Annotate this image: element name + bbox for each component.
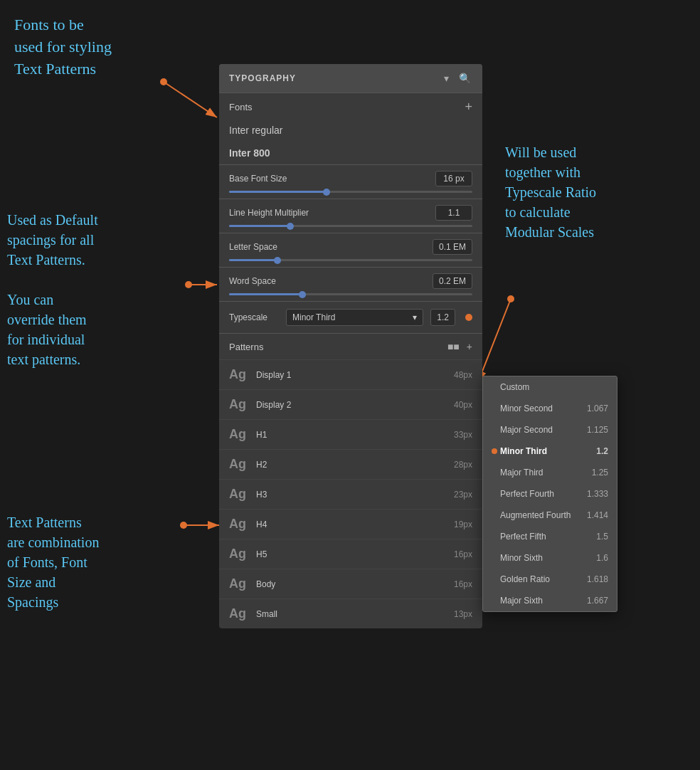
- word-space-value[interactable]: 0.2 EM: [433, 273, 472, 289]
- panel-header: TYPOGRAPHY ▾ 🔍: [219, 64, 482, 93]
- pattern-item-h1[interactable]: Ag H1 33px: [219, 419, 482, 449]
- fonts-section-header: Fonts +: [219, 93, 482, 119]
- base-font-value[interactable]: 16 px: [435, 171, 472, 186]
- pattern-item-body[interactable]: Ag Body 16px: [219, 569, 482, 598]
- dropdown-item-golden-ratio[interactable]: Golden Ratio1.618: [483, 569, 617, 590]
- pattern-item-display 2[interactable]: Ag Display 2 40px: [219, 389, 482, 419]
- typescale-active-indicator: [465, 314, 472, 321]
- typescale-chevron-icon: ▾: [413, 312, 417, 322]
- dropdown-item-value-10: 1.667: [587, 596, 608, 606]
- dropdown-item-minor-sixth[interactable]: Minor Sixth1.6: [483, 547, 617, 569]
- pattern-name-1: Display 2: [256, 400, 454, 410]
- pattern-ag-3: Ag: [229, 457, 249, 472]
- patterns-title: Patterns: [229, 342, 263, 352]
- dropdown-item-minor-third[interactable]: Minor Third1.2: [483, 441, 617, 462]
- word-space-slider-track[interactable]: [229, 293, 472, 295]
- line-height-slider-fill: [229, 225, 290, 227]
- line-height-label: Line Height Multiplier: [229, 208, 309, 218]
- dropdown-item-name-9: Golden Ratio: [500, 574, 587, 584]
- dropdown-item-name-7: Perfect Fifth: [500, 532, 596, 542]
- line-height-value[interactable]: 1.1: [435, 205, 472, 221]
- patterns-section-header: Patterns ■■ +: [219, 333, 482, 359]
- dropdown-item-value-7: 1.5: [596, 532, 608, 542]
- add-pattern-button[interactable]: +: [467, 341, 472, 352]
- add-font-button[interactable]: +: [465, 100, 472, 113]
- pattern-item-h5[interactable]: Ag H5 16px: [219, 539, 482, 569]
- base-font-slider-row: [219, 189, 482, 199]
- annotation-top-right: Will be used together with Typescale Rat…: [505, 142, 596, 242]
- pattern-ag-0: Ag: [229, 367, 249, 382]
- line-height-section: Line Height Multiplier 1.1: [219, 199, 482, 233]
- annotation-bottom-left: Text Patterns are combination of Fonts, …: [7, 512, 99, 612]
- dropdown-item-name-2: Major Second: [500, 425, 587, 435]
- chevron-down-icon[interactable]: ▾: [442, 71, 450, 85]
- dropdown-item-value-2: 1.125: [587, 425, 608, 435]
- pattern-size-5: 19px: [454, 520, 472, 529]
- typescale-dropdown[interactable]: CustomMinor Second1.067Major Second1.125…: [482, 376, 617, 612]
- pattern-ag-5: Ag: [229, 517, 249, 532]
- pattern-size-2: 33px: [454, 430, 472, 440]
- dropdown-item-value-3: 1.2: [596, 446, 608, 456]
- base-font-label: Base Font Size: [229, 174, 287, 184]
- dropdown-item-minor-second[interactable]: Minor Second1.067: [483, 398, 617, 419]
- dropdown-item-augmented-fourth[interactable]: Augmented Fourth1.414: [483, 505, 617, 526]
- dropdown-item-major-third[interactable]: Major Third1.25: [483, 462, 617, 483]
- letter-space-value[interactable]: 0.1 EM: [433, 239, 472, 255]
- fonts-section-title: Fonts: [229, 102, 253, 112]
- font-inter-regular[interactable]: Inter regular: [219, 119, 482, 142]
- svg-point-10: [180, 522, 187, 529]
- pattern-name-8: Small: [256, 609, 454, 619]
- pattern-item-h2[interactable]: Ag H2 28px: [219, 449, 482, 479]
- pattern-item-h4[interactable]: Ag H4 19px: [219, 509, 482, 539]
- letter-space-slider-track[interactable]: [229, 259, 472, 261]
- panel-title: TYPOGRAPHY: [229, 73, 296, 83]
- dropdown-item-value-9: 1.618: [587, 574, 608, 584]
- patterns-icons: ■■ +: [447, 341, 472, 352]
- letter-space-slider-thumb[interactable]: [274, 257, 281, 264]
- annotation-mid-left: Used as Default spacings for all Text Pa…: [7, 210, 98, 369]
- pattern-ag-8: Ag: [229, 606, 249, 621]
- pattern-size-1: 40px: [454, 400, 472, 410]
- search-icon[interactable]: 🔍: [457, 71, 472, 85]
- dropdown-item-major-sixth[interactable]: Major Sixth1.667: [483, 590, 617, 611]
- base-font-slider-track[interactable]: [229, 191, 472, 193]
- pattern-ag-6: Ag: [229, 547, 249, 561]
- pattern-item-h3[interactable]: Ag H3 23px: [219, 479, 482, 509]
- dropdown-item-value-1: 1.067: [587, 404, 608, 413]
- pattern-item-display 1[interactable]: Ag Display 1 48px: [219, 359, 482, 389]
- word-space-slider-thumb[interactable]: [299, 291, 306, 298]
- pattern-ag-1: Ag: [229, 397, 249, 412]
- dropdown-item-major-second[interactable]: Major Second1.125: [483, 419, 617, 441]
- annotation-top-left: Fonts to be used for styling Text Patter…: [14, 14, 112, 80]
- svg-point-4: [185, 281, 192, 288]
- typescale-select[interactable]: Minor Third ▾: [286, 309, 423, 326]
- pattern-size-7: 16px: [454, 579, 472, 589]
- base-font-slider-fill: [229, 191, 327, 193]
- pattern-ag-7: Ag: [229, 576, 249, 591]
- font-inter-800[interactable]: Inter 800: [219, 142, 482, 164]
- line-height-slider-row: [219, 223, 482, 233]
- dropdown-active-dot: [492, 448, 497, 454]
- dropdown-item-custom[interactable]: Custom: [483, 376, 617, 398]
- typescale-label: Typescale: [229, 312, 279, 322]
- pattern-name-3: H2: [256, 460, 454, 470]
- dropdown-item-value-4: 1.25: [592, 468, 608, 478]
- dropdown-item-perfect-fifth[interactable]: Perfect Fifth1.5: [483, 526, 617, 547]
- dropdown-item-name-3: Minor Third: [500, 446, 596, 456]
- header-icons: ▾ 🔍: [442, 71, 472, 85]
- grid-icon[interactable]: ■■: [447, 341, 460, 352]
- dropdown-item-perfect-fourth[interactable]: Perfect Fourth1.333: [483, 483, 617, 505]
- typescale-row: Typescale Minor Third ▾ 1.2: [219, 301, 482, 333]
- dropdown-item-value-6: 1.414: [587, 510, 608, 520]
- pattern-size-0: 48px: [454, 370, 472, 380]
- dropdown-item-name-0: Custom: [500, 382, 608, 392]
- pattern-name-2: H1: [256, 430, 454, 440]
- line-height-slider-track[interactable]: [229, 225, 472, 227]
- pattern-item-small[interactable]: Ag Small 13px: [219, 598, 482, 628]
- dropdown-item-value-5: 1.333: [587, 489, 608, 499]
- line-height-slider-thumb[interactable]: [287, 223, 294, 230]
- base-font-section: Base Font Size 16 px: [219, 164, 482, 199]
- pattern-size-4: 23px: [454, 490, 472, 500]
- svg-line-5: [478, 299, 511, 382]
- base-font-slider-thumb[interactable]: [323, 189, 330, 196]
